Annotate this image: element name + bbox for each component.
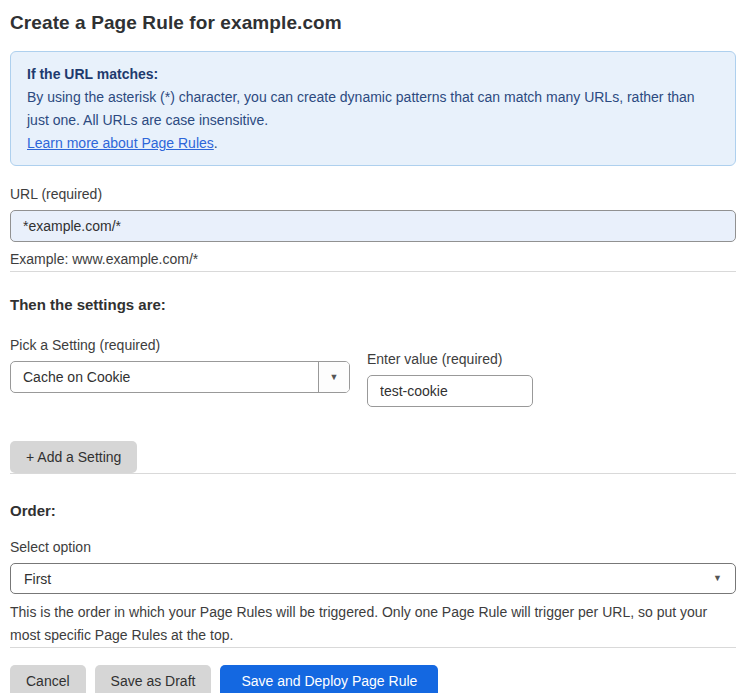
settings-section-heading: Then the settings are: [10, 296, 736, 313]
save-as-draft-button[interactable]: Save as Draft [95, 665, 212, 693]
settings-row: Pick a Setting (required) Cache on Cooki… [10, 337, 736, 407]
footer-actions: Cancel Save as Draft Save and Deploy Pag… [10, 665, 736, 693]
url-match-info-box: If the URL matches: By using the asteris… [10, 51, 736, 166]
chevron-down-icon: ▼ [330, 373, 339, 382]
url-input[interactable] [10, 210, 736, 242]
order-select-value: First [24, 571, 51, 587]
url-helper-text: Example: www.example.com/* [10, 248, 736, 271]
url-field-label: URL (required) [10, 186, 736, 202]
learn-more-link[interactable]: Learn more about Page Rules [27, 135, 214, 151]
add-setting-button[interactable]: + Add a Setting [10, 441, 137, 473]
link-period: . [214, 135, 218, 151]
setting-value-label: Enter value (required) [367, 351, 533, 367]
setting-select[interactable]: Cache on Cookie ▼ [10, 361, 350, 393]
setting-picker-column: Pick a Setting (required) Cache on Cooki… [10, 337, 350, 393]
setting-picker-label: Pick a Setting (required) [10, 337, 350, 353]
info-box-heading: If the URL matches: [27, 63, 719, 86]
page-title: Create a Page Rule for example.com [10, 12, 736, 34]
info-box-link-line: Learn more about Page Rules. [27, 132, 719, 155]
cancel-button[interactable]: Cancel [10, 665, 86, 693]
setting-value-column: Enter value (required) [367, 351, 533, 407]
setting-value-input[interactable] [367, 375, 533, 407]
order-select-label: Select option [10, 539, 736, 555]
order-section-heading: Order: [10, 502, 736, 519]
divider [10, 647, 736, 648]
divider [10, 473, 736, 474]
save-and-deploy-button[interactable]: Save and Deploy Page Rule [220, 665, 438, 693]
setting-select-value: Cache on Cookie [11, 362, 318, 392]
divider [10, 271, 736, 272]
page-rule-form: Create a Page Rule for example.com If th… [0, 0, 750, 693]
info-box-body: By using the asterisk (*) character, you… [27, 86, 719, 132]
order-helper-text: This is the order in which your Page Rul… [10, 601, 736, 647]
chevron-down-icon: ▼ [713, 574, 722, 583]
setting-select-arrow-button[interactable]: ▼ [318, 362, 349, 392]
order-select[interactable]: First ▼ [10, 563, 736, 594]
